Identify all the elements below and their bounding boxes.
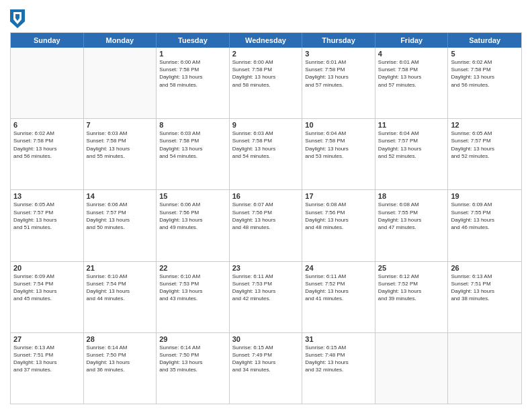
cell-info: Sunrise: 6:13 AM Sunset: 7:51 PM Dayligh… xyxy=(451,273,519,303)
calendar-cell: 25Sunrise: 6:12 AM Sunset: 7:52 PM Dayli… xyxy=(375,262,449,332)
day-number: 27 xyxy=(13,335,81,343)
day-number: 8 xyxy=(159,121,226,129)
cell-info: Sunrise: 6:05 AM Sunset: 7:57 PM Dayligh… xyxy=(13,201,81,231)
calendar-cell: 10Sunrise: 6:04 AM Sunset: 7:58 PM Dayli… xyxy=(302,119,375,189)
cell-info: Sunrise: 6:03 AM Sunset: 7:58 PM Dayligh… xyxy=(232,130,300,160)
day-number: 31 xyxy=(305,335,372,343)
calendar-cell: 7Sunrise: 6:03 AM Sunset: 7:58 PM Daylig… xyxy=(84,119,157,189)
day-number: 29 xyxy=(159,335,226,343)
calendar-cell xyxy=(84,48,157,118)
calendar-cell xyxy=(11,48,84,118)
calendar-cell: 18Sunrise: 6:08 AM Sunset: 7:55 PM Dayli… xyxy=(375,190,449,261)
calendar-header-cell: Friday xyxy=(375,33,449,48)
cell-info: Sunrise: 6:09 AM Sunset: 7:55 PM Dayligh… xyxy=(451,201,519,231)
calendar-cell: 24Sunrise: 6:11 AM Sunset: 7:52 PM Dayli… xyxy=(302,262,375,332)
calendar-row: 27Sunrise: 6:13 AM Sunset: 7:51 PM Dayli… xyxy=(11,333,521,404)
day-number: 11 xyxy=(378,121,445,129)
calendar-row: 6Sunrise: 6:02 AM Sunset: 7:58 PM Daylig… xyxy=(11,119,521,190)
cell-info: Sunrise: 6:10 AM Sunset: 7:54 PM Dayligh… xyxy=(87,273,154,303)
day-number: 28 xyxy=(87,335,154,343)
calendar-body: 1Sunrise: 6:00 AM Sunset: 7:58 PM Daylig… xyxy=(11,48,521,404)
cell-info: Sunrise: 6:11 AM Sunset: 7:53 PM Dayligh… xyxy=(232,273,300,303)
calendar-header: SundayMondayTuesdayWednesdayThursdayFrid… xyxy=(11,33,521,48)
cell-info: Sunrise: 6:02 AM Sunset: 7:58 PM Dayligh… xyxy=(13,130,81,160)
calendar-cell: 4Sunrise: 6:01 AM Sunset: 7:58 PM Daylig… xyxy=(375,48,449,118)
cell-info: Sunrise: 6:08 AM Sunset: 7:55 PM Dayligh… xyxy=(378,201,445,231)
cell-info: Sunrise: 6:04 AM Sunset: 7:58 PM Dayligh… xyxy=(305,130,372,160)
calendar-cell: 23Sunrise: 6:11 AM Sunset: 7:53 PM Dayli… xyxy=(230,262,303,332)
calendar-header-cell: Saturday xyxy=(448,33,521,48)
header xyxy=(10,7,522,28)
day-number: 17 xyxy=(305,192,372,200)
calendar-cell: 3Sunrise: 6:01 AM Sunset: 7:58 PM Daylig… xyxy=(302,48,375,118)
page: SundayMondayTuesdayWednesdayThursdayFrid… xyxy=(0,0,532,411)
day-number: 21 xyxy=(87,264,154,272)
day-number: 6 xyxy=(13,121,81,129)
cell-info: Sunrise: 6:03 AM Sunset: 7:58 PM Dayligh… xyxy=(159,130,226,160)
calendar-cell: 26Sunrise: 6:13 AM Sunset: 7:51 PM Dayli… xyxy=(448,262,521,332)
cell-info: Sunrise: 6:14 AM Sunset: 7:50 PM Dayligh… xyxy=(159,344,226,374)
calendar-header-cell: Thursday xyxy=(302,33,375,48)
day-number: 15 xyxy=(159,192,226,200)
calendar-cell: 11Sunrise: 6:04 AM Sunset: 7:57 PM Dayli… xyxy=(375,119,449,189)
day-number: 22 xyxy=(159,264,226,272)
cell-info: Sunrise: 6:14 AM Sunset: 7:50 PM Dayligh… xyxy=(87,344,154,374)
day-number: 10 xyxy=(305,121,372,129)
day-number: 3 xyxy=(305,50,372,58)
cell-info: Sunrise: 6:07 AM Sunset: 7:56 PM Dayligh… xyxy=(232,201,300,231)
cell-info: Sunrise: 6:09 AM Sunset: 7:54 PM Dayligh… xyxy=(13,273,81,303)
day-number: 24 xyxy=(305,264,372,272)
day-number: 18 xyxy=(378,192,445,200)
calendar-cell: 12Sunrise: 6:05 AM Sunset: 7:57 PM Dayli… xyxy=(448,119,521,189)
day-number: 25 xyxy=(378,264,445,272)
cell-info: Sunrise: 6:10 AM Sunset: 7:53 PM Dayligh… xyxy=(159,273,226,303)
cell-info: Sunrise: 6:06 AM Sunset: 7:56 PM Dayligh… xyxy=(159,201,226,231)
calendar-cell xyxy=(448,333,521,404)
cell-info: Sunrise: 6:05 AM Sunset: 7:57 PM Dayligh… xyxy=(451,130,519,160)
calendar-cell: 22Sunrise: 6:10 AM Sunset: 7:53 PM Dayli… xyxy=(157,262,230,332)
calendar-cell: 13Sunrise: 6:05 AM Sunset: 7:57 PM Dayli… xyxy=(11,190,84,261)
cell-info: Sunrise: 6:00 AM Sunset: 7:58 PM Dayligh… xyxy=(232,58,300,89)
calendar-cell: 5Sunrise: 6:02 AM Sunset: 7:58 PM Daylig… xyxy=(448,48,521,118)
calendar-header-cell: Sunday xyxy=(11,33,84,48)
calendar-cell: 8Sunrise: 6:03 AM Sunset: 7:58 PM Daylig… xyxy=(157,119,230,189)
calendar-cell: 16Sunrise: 6:07 AM Sunset: 7:56 PM Dayli… xyxy=(230,190,303,261)
calendar: SundayMondayTuesdayWednesdayThursdayFrid… xyxy=(10,32,522,404)
day-number: 5 xyxy=(451,50,519,58)
cell-info: Sunrise: 6:03 AM Sunset: 7:58 PM Dayligh… xyxy=(87,130,154,160)
day-number: 20 xyxy=(13,264,81,272)
cell-info: Sunrise: 6:08 AM Sunset: 7:56 PM Dayligh… xyxy=(305,201,372,231)
day-number: 13 xyxy=(13,192,81,200)
calendar-cell: 31Sunrise: 6:15 AM Sunset: 7:48 PM Dayli… xyxy=(302,333,375,404)
calendar-cell: 14Sunrise: 6:06 AM Sunset: 7:57 PM Dayli… xyxy=(84,190,157,261)
cell-info: Sunrise: 6:02 AM Sunset: 7:58 PM Dayligh… xyxy=(451,58,519,89)
calendar-cell: 15Sunrise: 6:06 AM Sunset: 7:56 PM Dayli… xyxy=(157,190,230,261)
logo xyxy=(10,9,26,28)
day-number: 19 xyxy=(451,192,519,200)
cell-info: Sunrise: 6:01 AM Sunset: 7:58 PM Dayligh… xyxy=(305,58,372,89)
calendar-cell: 28Sunrise: 6:14 AM Sunset: 7:50 PM Dayli… xyxy=(84,333,157,404)
day-number: 9 xyxy=(232,121,300,129)
cell-info: Sunrise: 6:04 AM Sunset: 7:57 PM Dayligh… xyxy=(378,130,445,160)
day-number: 1 xyxy=(159,50,226,58)
calendar-row: 20Sunrise: 6:09 AM Sunset: 7:54 PM Dayli… xyxy=(11,262,521,333)
calendar-cell: 21Sunrise: 6:10 AM Sunset: 7:54 PM Dayli… xyxy=(84,262,157,332)
cell-info: Sunrise: 6:13 AM Sunset: 7:51 PM Dayligh… xyxy=(13,344,81,374)
calendar-cell: 27Sunrise: 6:13 AM Sunset: 7:51 PM Dayli… xyxy=(11,333,84,404)
logo-icon xyxy=(10,9,25,28)
day-number: 7 xyxy=(87,121,154,129)
day-number: 2 xyxy=(232,50,300,58)
calendar-cell: 20Sunrise: 6:09 AM Sunset: 7:54 PM Dayli… xyxy=(11,262,84,332)
day-number: 14 xyxy=(87,192,154,200)
calendar-cell: 6Sunrise: 6:02 AM Sunset: 7:58 PM Daylig… xyxy=(11,119,84,189)
day-number: 16 xyxy=(232,192,300,200)
calendar-row: 1Sunrise: 6:00 AM Sunset: 7:58 PM Daylig… xyxy=(11,48,521,119)
cell-info: Sunrise: 6:00 AM Sunset: 7:58 PM Dayligh… xyxy=(159,58,226,89)
cell-info: Sunrise: 6:12 AM Sunset: 7:52 PM Dayligh… xyxy=(378,273,445,303)
cell-info: Sunrise: 6:15 AM Sunset: 7:49 PM Dayligh… xyxy=(232,344,300,374)
calendar-header-cell: Tuesday xyxy=(157,33,230,48)
calendar-header-cell: Monday xyxy=(84,33,157,48)
day-number: 30 xyxy=(232,335,300,343)
cell-info: Sunrise: 6:15 AM Sunset: 7:48 PM Dayligh… xyxy=(305,344,372,374)
calendar-cell: 17Sunrise: 6:08 AM Sunset: 7:56 PM Dayli… xyxy=(302,190,375,261)
